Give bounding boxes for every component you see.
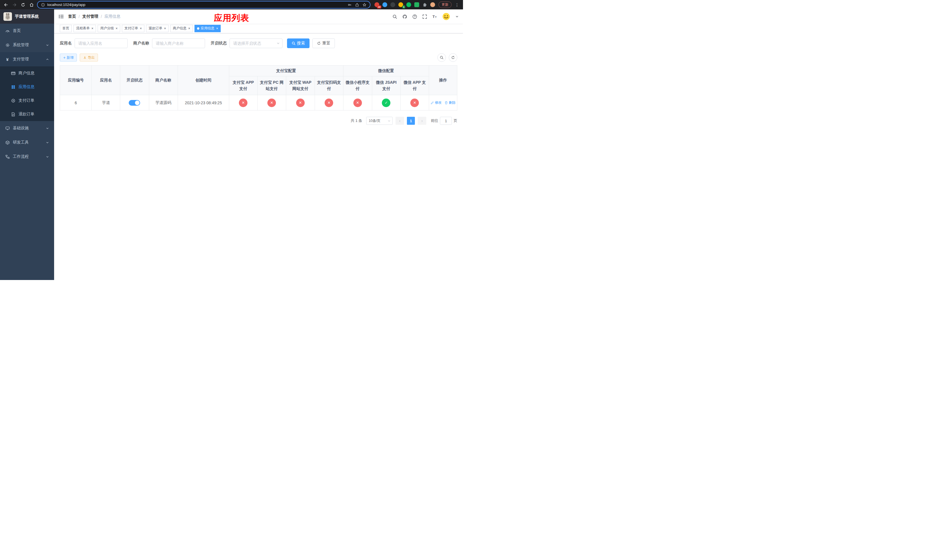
status-toggle[interactable] (129, 100, 140, 106)
tab-merchant-info[interactable]: 商户信息× (170, 25, 193, 32)
yen-icon: ¥ (5, 57, 10, 62)
search-icon[interactable] (392, 14, 397, 19)
sidebar-item-label: 应用信息 (18, 84, 35, 89)
app-logo[interactable]: 芋道管理系统 (0, 9, 54, 24)
extension-icon[interactable] (390, 2, 395, 7)
page-number-1[interactable]: 1 (407, 117, 415, 125)
tab-close-icon[interactable]: × (216, 27, 218, 30)
browser-back-icon[interactable] (3, 2, 9, 8)
github-icon[interactable] (402, 14, 407, 19)
breadcrumb-home[interactable]: 首页 (68, 14, 76, 19)
browser-forward-icon[interactable] (11, 2, 18, 8)
breadcrumb-payment[interactable]: 支付管理 (82, 14, 98, 19)
site-info-icon[interactable] (41, 3, 45, 7)
extension-icon[interactable] (414, 2, 419, 7)
tab-close-icon[interactable]: × (116, 27, 118, 30)
sidebar-item-home[interactable]: 首页 (0, 24, 54, 38)
toggle-search-button[interactable] (437, 53, 446, 62)
filter-form: 应用名 商户名称 开启状态 搜索 重置 (60, 38, 457, 48)
extension-icon[interactable]: 10 (374, 2, 379, 7)
browser-menu-icon[interactable]: ⋮ (454, 3, 460, 7)
browser-address-bar[interactable]: localhost:1024/pay/app (37, 1, 371, 9)
cell-merchant: 芋道源码 (149, 95, 178, 110)
col-header-wechat-jsapi: 微信 JSAPI 支付 (372, 76, 400, 95)
browser-update-button[interactable]: 更新 (439, 2, 452, 8)
sidebar-item-merchant-info[interactable]: 商户信息 (0, 67, 54, 80)
help-icon[interactable] (412, 14, 417, 19)
page-size-select[interactable] (366, 117, 393, 125)
sidebar-item-label: 支付订单 (18, 98, 35, 103)
status-fail-icon: ✕ (325, 98, 333, 107)
profile-avatar-icon[interactable] (430, 2, 435, 7)
edit-link-label: 修改 (435, 100, 442, 105)
sidebar: 芋道管理系统 首页 系统管理 ¥ 支付管理 (0, 9, 54, 280)
chevron-up-icon (46, 58, 49, 61)
url-text[interactable]: localhost:1024/pay/app (47, 3, 85, 7)
col-header-wechat-mini: 微信小程序支付 (343, 76, 372, 95)
browser-reload-icon[interactable] (20, 2, 26, 8)
tab-close-icon[interactable]: × (91, 27, 94, 30)
tab-pay-order[interactable]: 支付订单× (122, 25, 144, 32)
sidebar-item-pay-order[interactable]: 支付订单 (0, 94, 54, 107)
extensions-puzzle-icon[interactable] (422, 2, 427, 7)
gear-icon (5, 43, 10, 47)
refresh-icon (451, 56, 455, 59)
password-key-icon[interactable] (348, 3, 352, 7)
prev-page-button[interactable]: ‹ (395, 117, 404, 125)
tab-close-icon[interactable]: × (164, 27, 166, 30)
sidebar-item-payment[interactable]: ¥ 支付管理 (0, 52, 54, 67)
goto-page-input[interactable] (440, 117, 452, 125)
caret-down-icon[interactable] (455, 15, 459, 18)
browser-extensions-area: 10 1 (374, 2, 435, 7)
delete-link-label: 删除 (449, 100, 455, 105)
font-size-icon[interactable]: TT (432, 14, 437, 19)
sidebar-item-workflow[interactable]: 工作流程 (0, 150, 54, 164)
hamburger-icon[interactable] (58, 14, 64, 20)
search-button[interactable]: 搜索 (287, 38, 310, 48)
sidebar-item-app-info[interactable]: 应用信息 (0, 80, 54, 94)
tab-refund-order[interactable]: 退款订单× (146, 25, 169, 32)
tab-close-icon[interactable]: × (140, 27, 142, 30)
bookmark-star-icon[interactable] (363, 3, 366, 7)
fullscreen-icon[interactable] (422, 14, 427, 19)
share-icon[interactable] (355, 3, 359, 7)
status-select[interactable] (230, 38, 283, 48)
edit-link[interactable]: 修改 (431, 100, 442, 105)
merchant-name-input[interactable] (152, 38, 205, 48)
status-select-input[interactable] (230, 38, 283, 48)
table-row: 6 芋道 芋道源码 2021-10-23 08:49:25 ✕ ✕ ✕ ✕ ✕ … (60, 95, 457, 110)
toolbox-icon (5, 140, 10, 145)
document-icon (11, 112, 15, 117)
reset-button[interactable]: 重置 (312, 38, 335, 48)
user-avatar[interactable] (442, 12, 451, 21)
extension-icon[interactable] (406, 2, 411, 7)
credit-card-icon (11, 71, 15, 76)
reset-button-label: 重置 (322, 41, 330, 46)
sidebar-item-infrastructure[interactable]: 基础设施 (0, 121, 54, 135)
merchant-name-label: 商户名称 (133, 41, 149, 46)
browser-home-icon[interactable] (29, 2, 35, 8)
monitor-icon (5, 126, 10, 130)
app-root: 芋道管理系统 首页 系统管理 ¥ 支付管理 (0, 9, 463, 280)
add-button[interactable]: + 新增 (60, 53, 77, 62)
extension-icon[interactable] (383, 2, 387, 7)
app-name-input[interactable] (75, 38, 127, 48)
tab-home[interactable]: 首页 (60, 25, 72, 32)
tab-user-group[interactable]: 用户分组× (98, 25, 120, 32)
sidebar-item-refund-order[interactable]: 退款订单 (0, 107, 54, 121)
next-page-button[interactable]: › (418, 117, 426, 125)
page-size-input[interactable] (366, 117, 393, 125)
refresh-table-button[interactable] (449, 53, 457, 62)
cell-wechat-jsapi: ✓ (372, 95, 400, 110)
tab-app-info[interactable]: 应用信息× (195, 25, 221, 32)
col-header-created: 创建时间 (178, 65, 229, 95)
sidebar-item-system[interactable]: 系统管理 (0, 38, 54, 52)
tab-process-form[interactable]: 流程表单× (73, 25, 96, 32)
extension-icon[interactable]: 1 (398, 2, 403, 7)
delete-link[interactable]: 删除 (445, 100, 455, 105)
col-header-alipay-app: 支付宝 APP 支付 (229, 76, 257, 95)
export-button[interactable]: 导出 (80, 53, 98, 62)
grid-icon (11, 85, 15, 89)
tab-close-icon[interactable]: × (188, 27, 190, 30)
sidebar-item-dev-tools[interactable]: 研发工具 (0, 135, 54, 150)
